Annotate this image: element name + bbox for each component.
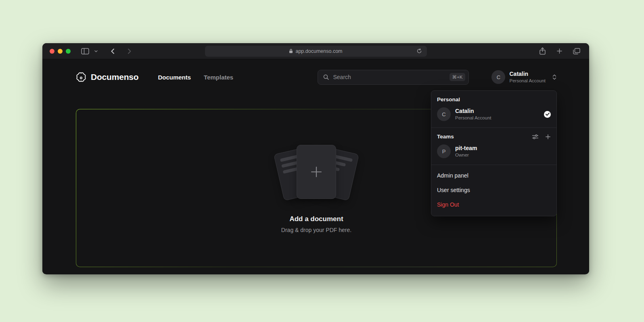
create-team-plus-icon[interactable] <box>545 134 551 140</box>
menu-item-sign-out[interactable]: Sign Out <box>431 197 556 212</box>
browser-window: app.documenso.com Documenso <box>42 43 589 274</box>
search-input[interactable] <box>333 74 445 80</box>
personal-section: Personal C Catalin Personal Account <box>431 91 556 128</box>
address-bar[interactable]: app.documenso.com <box>205 46 427 56</box>
documenso-logo-icon <box>76 72 86 82</box>
team-row[interactable]: P pit-team Owner <box>431 143 556 160</box>
menu-items: Admin panel User settings Sign Out <box>431 165 556 216</box>
avatar: C <box>491 70 505 84</box>
chevron-up-down-icon <box>552 74 557 80</box>
search-bar[interactable]: ⌘+K <box>318 70 469 85</box>
dropzone-title: Add a document <box>289 215 343 223</box>
personal-account-row[interactable]: C Catalin Personal Account <box>431 106 556 123</box>
close-window-button[interactable] <box>50 49 54 54</box>
chevron-down-icon[interactable] <box>92 48 100 54</box>
sidebar-toggle-icon[interactable] <box>79 46 91 56</box>
nav-documents[interactable]: Documents <box>158 74 191 81</box>
app-header: Documenso Documents Templates ⌘+K C Cata… <box>76 59 557 95</box>
document-card-center <box>297 145 336 199</box>
team-role: Owner <box>455 152 477 158</box>
team-avatar: P <box>437 144 451 158</box>
zoom-window-button[interactable] <box>66 49 71 54</box>
brand-name: Documenso <box>91 72 138 82</box>
dropzone-subtitle: Drag & drop your PDF here. <box>281 227 351 233</box>
teams-section-heading: Teams <box>437 134 454 140</box>
menu-item-user-settings[interactable]: User settings <box>431 183 556 197</box>
forward-button[interactable] <box>124 46 134 56</box>
traffic-lights <box>50 49 71 54</box>
main-nav: Documents Templates <box>158 74 233 81</box>
lock-icon <box>289 49 293 54</box>
account-type: Personal Account <box>509 78 546 84</box>
reload-icon[interactable] <box>415 47 424 56</box>
selected-check-icon <box>544 111 551 118</box>
menu-account-type: Personal Account <box>455 115 491 121</box>
browser-toolbar: app.documenso.com <box>42 43 589 59</box>
minimize-window-button[interactable] <box>58 49 63 54</box>
account-menu-trigger[interactable]: C Catalin Personal Account <box>491 70 557 84</box>
search-shortcut-badge: ⌘+K <box>450 73 466 81</box>
menu-item-admin-panel[interactable]: Admin panel <box>431 168 556 183</box>
brand-logo[interactable]: Documenso <box>76 72 138 82</box>
add-document-plus-icon <box>309 165 324 179</box>
teams-section: Teams P pit-team Owner <box>431 128 556 165</box>
search-icon <box>323 74 329 80</box>
team-name: pit-team <box>455 145 477 151</box>
account-dropdown-menu: Personal C Catalin Personal Account Team… <box>431 90 557 216</box>
tab-overview-icon[interactable] <box>571 46 582 56</box>
share-icon[interactable] <box>537 46 548 56</box>
avatar: C <box>437 107 451 121</box>
menu-account-name: Catalin <box>455 108 491 114</box>
manage-teams-icon[interactable] <box>532 134 539 140</box>
documents-illustration <box>268 143 365 204</box>
back-button[interactable] <box>108 46 118 56</box>
url-text: app.documenso.com <box>295 48 342 54</box>
new-tab-icon[interactable] <box>555 46 564 56</box>
personal-section-heading: Personal <box>437 96 460 102</box>
account-name: Catalin <box>509 71 546 77</box>
nav-templates[interactable]: Templates <box>204 74 233 81</box>
